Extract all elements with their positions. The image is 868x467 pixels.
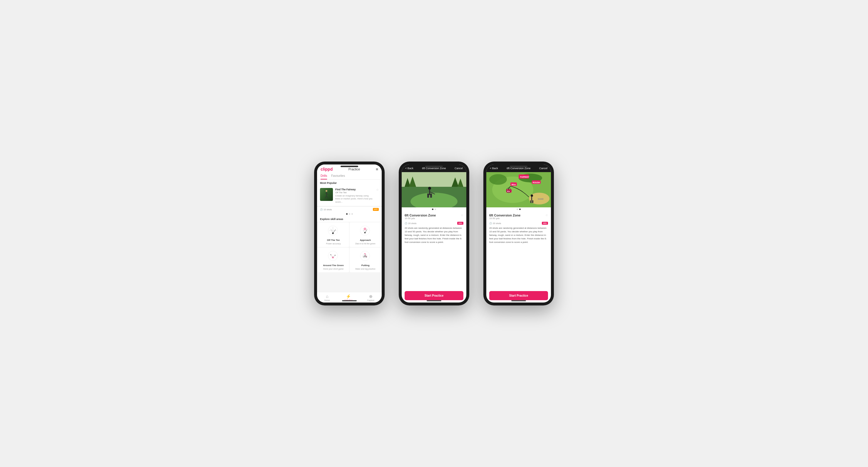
detail-header-row: 6ft Conversion Zone 10-50 yds ☆ (405, 213, 463, 221)
svg-point-35 (428, 187, 431, 190)
detail-fav-icon[interactable]: ☆ (461, 213, 463, 217)
skill-icon-ott (327, 225, 340, 238)
skill-desc-atg: Hone your short game (323, 268, 343, 270)
svg-text:FAIRWAY: FAIRWAY (520, 176, 529, 178)
svg-rect-38 (430, 194, 432, 198)
detail-shots-3: 🕐 20 shots (489, 222, 501, 225)
nav-capture-label: Capture (367, 299, 374, 301)
svg-point-0 (326, 190, 327, 192)
cancel-button-3[interactable]: Cancel (539, 167, 548, 170)
detail-drill-name: 6ft Conversion Zone (405, 213, 436, 217)
start-practice-button-2[interactable]: Start Practice (405, 291, 463, 300)
tabs-bar: Drills Favourites (317, 173, 382, 180)
svg-text:Miss: Miss (512, 184, 516, 186)
back-button-2[interactable]: < Back (405, 167, 413, 170)
phone-1: clippd Practice ≡ Drills Favourites Most… (314, 162, 384, 305)
nav-home[interactable]: ⌂ Home (324, 294, 330, 301)
svg-line-4 (326, 193, 328, 194)
menu-icon[interactable]: ≡ (376, 167, 378, 171)
skill-name-approach: Approach (360, 239, 371, 241)
drill-detail-3: 6ft Conversion Zone 10-50 yds ☆ 🕐 20 sho… (486, 211, 551, 289)
svg-point-11 (360, 226, 370, 236)
drill-thumb-image (320, 188, 333, 201)
svg-line-10 (331, 229, 333, 234)
svg-rect-60 (530, 200, 532, 203)
svg-rect-36 (429, 190, 430, 195)
skill-card-ott[interactable]: Off The Tee Power accuracy (318, 222, 349, 247)
skill-name-putting: Putting (362, 264, 370, 267)
detail-fav-icon-3[interactable]: ☆ (546, 213, 548, 217)
svg-rect-59 (531, 197, 532, 200)
explore-label: Explore skill areas (317, 216, 382, 222)
img-dot-1-2 (432, 208, 433, 210)
most-popular-label: Most Popular (317, 180, 382, 186)
phone-1-screen: clippd Practice ≡ Drills Favourites Most… (317, 165, 382, 302)
skill-grid: Off The Tee Power accuracy (317, 222, 382, 273)
drill-name: Find The Fairway (335, 188, 374, 191)
svg-point-48 (489, 174, 507, 185)
ott-badge: OTT (373, 208, 379, 211)
featured-drill-card[interactable]: Find The Fairway Off The Tee Create an i… (317, 186, 382, 206)
content-area: Most Popular (317, 180, 382, 292)
image-dots-2 (402, 207, 466, 211)
golf-map-svg: SAND FAIRWAY ROUGH Miss Hit (486, 172, 551, 207)
start-practice-button-3[interactable]: Start Practice (489, 291, 548, 300)
capture-icon: ⊕ (369, 294, 373, 299)
drill-map: SAND FAIRWAY ROUGH Miss Hit (486, 172, 551, 207)
detail-title-3: 6ft Conversion Zone (506, 167, 530, 170)
phone-3: < Back 6ft Conversion Zone Cancel SAND (484, 162, 554, 305)
clock-icon: 🕐 (320, 208, 322, 211)
svg-point-24 (360, 251, 370, 261)
detail-shots: 🕐 20 shots (405, 222, 416, 225)
phones-container: clippd Practice ≡ Drills Favourites Most… (314, 162, 554, 305)
svg-point-16 (364, 232, 366, 234)
skill-card-approach[interactable]: Approach Dial-in to hit the green (350, 222, 381, 247)
skill-card-atg[interactable]: Around The Green Hone your short game (318, 247, 349, 272)
drill-photo (402, 172, 466, 207)
tab-favourites[interactable]: Favourites (331, 173, 345, 179)
svg-rect-61 (532, 200, 533, 203)
skill-icon-atg (327, 250, 340, 263)
img-dot-1-3 (517, 208, 518, 210)
home-icon: ⌂ (326, 294, 328, 299)
arg-badge-3: ARG (542, 222, 548, 225)
header-title: Practice (348, 167, 360, 171)
arg-badge-2: ARG (457, 222, 463, 225)
skill-name-atg: Around The Green (323, 264, 343, 267)
img-dot-2-3 (519, 208, 521, 210)
skill-desc-approach: Dial-in to hit the green (355, 243, 375, 245)
activities-icon: ⚡ (346, 294, 351, 299)
nav-capture[interactable]: ⊕ Capture (367, 294, 374, 301)
detail-desc-3: 20 shots are randomly generated at dista… (489, 227, 548, 244)
cancel-button-2[interactable]: Cancel (455, 167, 463, 170)
clock-icon-3: 🕐 (489, 222, 492, 225)
carousel-dots (317, 212, 382, 216)
tab-drills[interactable]: Drills (320, 173, 327, 179)
svg-point-26 (364, 255, 366, 257)
drill-thumbnail (320, 188, 333, 201)
svg-text:ROUGH: ROUGH (533, 181, 540, 184)
back-button-3[interactable]: < Back (490, 167, 498, 170)
detail-meta-row-3: 🕐 20 shots ARG (489, 222, 548, 225)
favourite-icon[interactable]: ☆ (376, 188, 379, 191)
golfer-icon (323, 190, 330, 199)
detail-drill-name-3: 6ft Conversion Zone (489, 213, 520, 217)
detail-header-2: < Back 6ft Conversion Zone Cancel (402, 165, 466, 172)
dot-2 (349, 213, 350, 215)
svg-line-3 (327, 196, 328, 199)
skill-card-putting[interactable]: Putting Make and lag practice (350, 247, 381, 272)
golf-photo-svg (402, 172, 466, 207)
bottom-nav: ⌂ Home ⚡ Activities ⊕ Capture (317, 292, 382, 302)
phone-2: < Back 6ft Conversion Zone Cancel (399, 162, 469, 305)
detail-meta-row: 🕐 20 shots ARG (405, 222, 463, 225)
detail-title-2: 6ft Conversion Zone (422, 167, 446, 170)
phone-2-screen: < Back 6ft Conversion Zone Cancel (402, 165, 466, 302)
svg-point-13 (364, 229, 365, 229)
svg-point-58 (531, 194, 533, 197)
detail-desc-2: 20 shots are randomly generated at dista… (405, 227, 463, 244)
skill-icon-putting (359, 250, 372, 263)
shots-count: 🕐 10 shots (320, 208, 332, 211)
nav-activities[interactable]: ⚡ Activities (344, 294, 352, 301)
svg-line-9 (333, 230, 336, 234)
drill-sub: Off The Tee (335, 191, 374, 194)
